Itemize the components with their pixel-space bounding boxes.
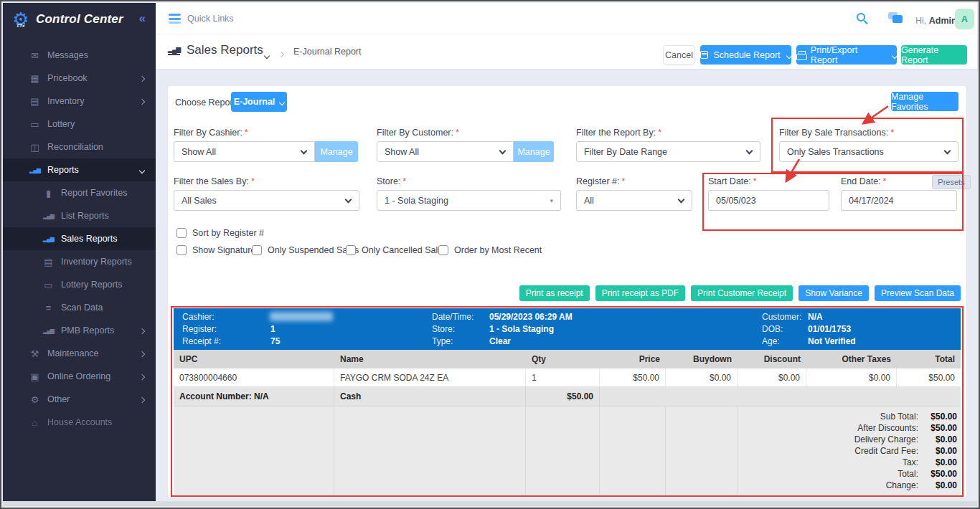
- print-as-receipt-button[interactable]: Print as receipt: [519, 285, 590, 301]
- sidebar-item-list-reports[interactable]: ▂▄▆ List Reports: [3, 204, 156, 227]
- checkbox-icon[interactable]: [176, 245, 187, 255]
- search-icon[interactable]: [857, 13, 870, 26]
- print-customer-receipt-button[interactable]: Print Customer Receipt: [691, 285, 793, 301]
- dob-label: DOB:: [762, 324, 783, 334]
- sidebar-item-inventory-reports[interactable]: ▤ Inventory Reports: [3, 250, 156, 273]
- filter-cashier-label: Filter By Cashier:*: [174, 128, 248, 138]
- schedule-report-button[interactable]: Schedule Report: [700, 45, 791, 65]
- filter-sales-by-label: Filter the Sales By:*: [174, 176, 255, 186]
- cashier-select[interactable]: Show All: [174, 141, 315, 162]
- chevron-down-icon[interactable]: [787, 50, 791, 60]
- report-by-select[interactable]: Filter By Date Range: [576, 141, 760, 162]
- filter-report-by-label: Filter the Report By:*: [576, 128, 661, 138]
- tender-amount-cell: $50.00: [526, 387, 600, 406]
- chevron-right-icon: [140, 325, 144, 336]
- checkbox-icon[interactable]: [346, 245, 356, 255]
- line-chart-icon: ▂▄▆: [42, 213, 55, 219]
- hamburger-icon[interactable]: [169, 14, 181, 26]
- total-cell: $50.00: [897, 368, 961, 386]
- sale-transactions-select[interactable]: Only Sales Transactions: [779, 141, 958, 162]
- customer-label: Customer:: [762, 312, 801, 322]
- breadcrumb-page: E-Journal Report: [293, 47, 362, 57]
- age-value: Not Verified: [808, 336, 856, 346]
- printer-icon: [796, 51, 806, 59]
- show-signatures-checkbox[interactable]: Show Signatures: [176, 245, 260, 255]
- sidebar-item-reports[interactable]: ▂▄▆ Reports: [3, 158, 156, 181]
- type-label: Type:: [432, 336, 453, 346]
- order-by-most-recent-checkbox[interactable]: Order by Most Recent: [438, 245, 542, 255]
- presets-button[interactable]: Presets: [932, 175, 971, 189]
- only-cancelled-sales-checkbox[interactable]: Only Cancelled Sales: [346, 245, 448, 255]
- customer-select[interactable]: Show All: [377, 141, 514, 162]
- sidebar-item-other[interactable]: ⚙ Other: [3, 388, 156, 411]
- discount-cell: $0.00: [738, 368, 806, 386]
- print-receipt-as-pdf-button[interactable]: Print receipt as PDF: [595, 285, 685, 301]
- start-date-label: Start Date:*: [708, 176, 757, 186]
- upc-cell: 073800004660: [174, 368, 334, 386]
- sidebar-item-maintenance[interactable]: ⚒ Maintenance: [3, 342, 156, 365]
- checkbox-icon[interactable]: [176, 228, 187, 238]
- receipt-number-label: Receipt #:: [182, 336, 221, 346]
- sidebar-item-inventory[interactable]: ▤ Inventory: [3, 90, 156, 113]
- cancel-button[interactable]: Cancel: [663, 45, 695, 65]
- generate-report-button[interactable]: Generate Report: [901, 45, 967, 65]
- manage-cashier-button[interactable]: Manage: [315, 141, 358, 162]
- sales-by-select[interactable]: All Sales: [174, 190, 359, 211]
- sidebar-item-report-favorites[interactable]: ▮ Report Favorites: [3, 181, 156, 204]
- sidebar-item-scan-data[interactable]: ≡ Scan Data: [3, 296, 156, 319]
- manage-favorites-button[interactable]: Manage Favorites: [891, 92, 958, 111]
- sidebar-item-online-ordering[interactable]: ▣ Online Ordering: [3, 365, 156, 388]
- sidebar-item-house-accounts[interactable]: ⌂ House Accounts: [3, 411, 156, 434]
- chevron-down-icon[interactable]: [265, 48, 269, 61]
- chevron-down-icon: [280, 97, 284, 107]
- store-select[interactable]: 1 - Sola Staging▾: [377, 190, 561, 211]
- column-header: Qty: [526, 350, 600, 368]
- manage-customer-button[interactable]: Manage: [514, 141, 554, 162]
- list-icon: ≡: [42, 303, 55, 313]
- report-panel: Choose Report E-Journal Manage Favorites…: [168, 86, 966, 498]
- sidebar-item-lottery[interactable]: ▭ Lottery: [3, 113, 156, 135]
- sidebar-item-pmb-reports[interactable]: ▂▄▆ PMB Reports: [3, 319, 156, 342]
- register-select[interactable]: All: [576, 190, 692, 211]
- qty-cell: 1: [526, 368, 600, 386]
- sidebar-item-lottery-reports[interactable]: ▭ Lottery Reports: [3, 273, 156, 296]
- line-chart-icon: ▂▄▆: [42, 236, 55, 242]
- filter-customer-label: Filter By Customer:*: [377, 128, 459, 138]
- sidebar-item-messages[interactable]: ✉ Messages: [3, 44, 156, 67]
- chevron-right-icon: [140, 371, 144, 381]
- receipt-detail: Cashier: Register: 1 Receipt #: 75 Date/…: [174, 308, 961, 495]
- sidebar-collapse-icon[interactable]: «: [139, 11, 146, 26]
- sidebar-item-reconciliation[interactable]: ◫ Reconciliation: [3, 135, 156, 158]
- greeting: Hi, Admin: [915, 16, 957, 26]
- ticket-icon: ▭: [42, 280, 55, 290]
- chevron-right-icon: [140, 394, 144, 404]
- column-header: Price: [600, 350, 666, 368]
- report-type-dropdown[interactable]: E-Journal: [231, 92, 287, 112]
- print-export-report-button[interactable]: Print/Export Report: [796, 45, 897, 65]
- start-date-input[interactable]: 05/05/023: [708, 190, 829, 211]
- bar-chart-icon: ▂▄▆: [29, 167, 41, 173]
- sort-by-register-checkbox[interactable]: Sort by Register #: [176, 228, 264, 238]
- checkbox-icon[interactable]: [438, 245, 448, 255]
- table-row: 073800004660 FAYGO CRM SODA 24Z EA 1 $50…: [174, 368, 961, 387]
- chevron-down-icon: [140, 165, 144, 175]
- register-label: Register #:*: [576, 176, 625, 186]
- chat-icon[interactable]: [888, 12, 904, 26]
- ftx-gear-logo-icon: ⚙FTx: [10, 9, 32, 30]
- buydown-cell: $0.00: [666, 368, 738, 386]
- column-header: Buydown: [666, 350, 738, 368]
- chevron-right-icon: [140, 348, 144, 358]
- show-variance-button[interactable]: Show Variance: [798, 285, 869, 301]
- chevron-down-icon[interactable]: [892, 50, 897, 60]
- quick-links[interactable]: Quick Links: [187, 14, 234, 24]
- checkbox-icon[interactable]: [252, 245, 262, 255]
- preview-scan-data-button[interactable]: Preview Scan Data: [875, 285, 961, 301]
- breadcrumb-section[interactable]: Sales Reports: [187, 43, 263, 57]
- sidebar-item-sales-reports[interactable]: ▂▄▆ Sales Reports: [3, 227, 156, 250]
- sidebar-item-pricebook[interactable]: ▦ Pricebook: [3, 67, 156, 90]
- end-date-input[interactable]: 04/17/2024: [841, 190, 957, 211]
- price-cell: $50.00: [600, 368, 666, 386]
- only-suspended-sales-checkbox[interactable]: Only Suspended Sales: [252, 245, 359, 255]
- avatar[interactable]: A: [955, 9, 974, 29]
- register-value: 1: [270, 324, 275, 334]
